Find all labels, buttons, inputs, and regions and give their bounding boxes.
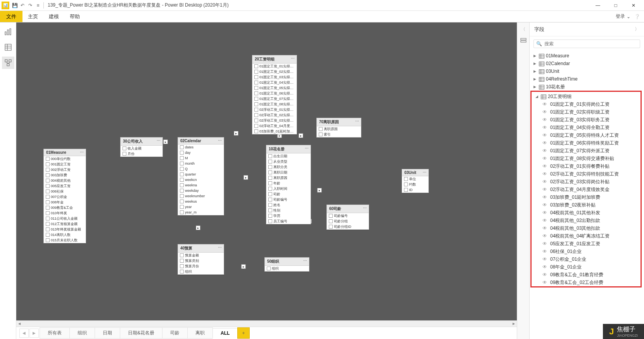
table-field[interactable]: 02浮动工资_03实得岗位... <box>252 118 297 123</box>
table-field[interactable]: 001固定工资 <box>44 162 86 167</box>
scroll-left-icon[interactable]: ◀ <box>16 321 22 327</box>
page-tab[interactable]: 离职 <box>187 327 213 339</box>
page-tab[interactable]: 司龄 <box>162 327 188 339</box>
table-header[interactable]: 02Calendar⋯ <box>178 138 224 145</box>
field-item[interactable]: 👁02浮动工资_01实得餐费补贴 <box>532 162 641 170</box>
model-table[interactable]: 30公司收入⋯收入金额月份 <box>120 137 163 157</box>
table-field[interactable]: ID <box>402 187 428 193</box>
relationship-node[interactable]: ▸ <box>163 139 168 144</box>
table-field[interactable]: dates <box>178 145 224 150</box>
hidden-icon[interactable]: 👁 <box>542 147 548 154</box>
field-item[interactable]: 👁04税前其他_01其他补发 <box>532 209 641 217</box>
hidden-icon[interactable]: 👁 <box>542 186 548 193</box>
expand-icon[interactable]: ▶ <box>534 60 537 67</box>
hidden-icon[interactable]: 👁 <box>542 271 548 278</box>
field-item[interactable]: 👁01固定工资_04实得全勤工资 <box>532 124 641 131</box>
table-field[interactable]: 司龄 <box>266 191 311 197</box>
properties-icon[interactable] <box>520 38 527 45</box>
table-field[interactable]: 009教育&工会 <box>44 205 86 210</box>
model-table[interactable]: 60司龄⋯司龄编号司龄分组司龄分组ID <box>326 205 369 230</box>
table-header[interactable]: 01Measure⋯ <box>44 149 86 156</box>
table-field[interactable]: 约数 <box>402 182 428 187</box>
field-item[interactable]: 👁09教育&工会_02工会经费 <box>532 279 641 286</box>
model-table[interactable]: 02Calendar⋯datesdayMmonthQquarterweekcnw… <box>178 137 224 215</box>
table-field[interactable]: weekcn <box>178 177 224 182</box>
table-field[interactable]: 预算类别 <box>178 258 224 263</box>
hidden-icon[interactable]: 👁 <box>542 217 548 224</box>
hidden-icon[interactable]: 👁 <box>542 279 548 286</box>
table-field[interactable]: quarter <box>178 172 224 177</box>
table-field[interactable]: 006社保 <box>44 189 86 194</box>
table-menu-icon[interactable]: ⋯ <box>218 138 222 143</box>
ribbon-tab-modeling[interactable]: 建模 <box>43 11 64 22</box>
hidden-icon[interactable]: 👁 <box>542 194 548 201</box>
table-field[interactable]: 司龄编号 <box>327 213 369 219</box>
redo-icon[interactable]: ↷ <box>26 2 34 9</box>
hidden-icon[interactable]: 👁 <box>542 240 548 247</box>
page-tab-active[interactable]: ALL <box>212 328 238 338</box>
table-field[interactable]: 司龄分组 <box>327 219 369 224</box>
add-page-button[interactable]: ＋ <box>237 327 250 339</box>
model-table[interactable]: 50组织⋯组织 <box>264 257 309 272</box>
field-item[interactable]: 👁09教育&工会_01教育经费 <box>532 271 641 279</box>
table-menu-icon[interactable]: ⋯ <box>355 119 359 123</box>
table-field[interactable]: 离职原因 <box>317 126 361 132</box>
tab-next-button[interactable]: ▶ <box>29 329 39 338</box>
file-tab[interactable]: 文件 <box>0 11 22 22</box>
table-field[interactable]: 011公司收入金额 <box>44 216 86 221</box>
hidden-icon[interactable]: 👁 <box>542 139 548 146</box>
field-item[interactable]: 👁01固定工资_06实得特殊奖励工资 <box>532 139 641 147</box>
hidden-icon[interactable]: 👁 <box>542 248 548 255</box>
maximize-button[interactable]: □ <box>607 0 625 11</box>
table-field[interactable]: 01固定工资_06实得特殊... <box>252 91 297 96</box>
table-field[interactable]: 组织 <box>178 269 224 274</box>
table-field[interactable]: 002浮动工资 <box>44 167 86 172</box>
table-field[interactable]: 008年金 <box>44 200 86 205</box>
table-field[interactable]: 司龄编号 <box>266 197 311 202</box>
hidden-icon[interactable]: 👁 <box>542 163 548 170</box>
relationship-node[interactable]: ▸ <box>299 133 303 138</box>
table-field[interactable]: 入职时间 <box>266 186 311 191</box>
table-field[interactable]: 预算月份 <box>178 263 224 269</box>
table-field[interactable]: 03加班费_01延时加班费 <box>252 129 297 134</box>
horizontal-scrollbar[interactable]: ◀ ▶ <box>16 320 517 327</box>
relationship-node[interactable]: ▸ <box>243 175 248 180</box>
table-field[interactable]: 从业类型 <box>266 159 311 164</box>
table-field[interactable]: 01固定工资_04实得全勤... <box>252 80 297 85</box>
table-field[interactable]: 01固定工资_03实得职务... <box>252 74 297 80</box>
table-header[interactable]: 50组织⋯ <box>265 258 309 266</box>
table-menu-icon[interactable]: ⋯ <box>423 170 427 174</box>
model-view-button[interactable] <box>2 57 14 69</box>
table-field[interactable]: 预算金额 <box>178 253 224 258</box>
field-item[interactable]: 👁04税前其他_04旷离冻结工资 <box>532 232 641 240</box>
table-field[interactable]: year <box>178 204 224 210</box>
table-field[interactable]: 组织 <box>265 266 309 271</box>
hidden-icon[interactable]: 👁 <box>542 201 548 208</box>
save-icon[interactable]: 💾 <box>11 2 19 9</box>
table-field[interactable]: weekna <box>178 182 224 188</box>
table-field[interactable]: 离职原因 <box>266 175 311 181</box>
model-table[interactable]: 01Measure⋯000单位约数001固定工资002浮动工资003加班费004… <box>43 149 86 243</box>
table-menu-icon[interactable]: ⋯ <box>305 146 309 150</box>
help-icon[interactable]: ❔ <box>634 14 640 19</box>
data-view-button[interactable] <box>2 41 14 53</box>
fields-tree[interactable]: ▶01Measure▶02Calendar▶03Unit▶04RefreshTi… <box>530 51 644 339</box>
table-header[interactable]: 10花名册⋯ <box>266 145 311 153</box>
table-field[interactable]: 索引 <box>317 132 361 137</box>
table-field[interactable]: 员工编号 <box>266 219 311 224</box>
table-field[interactable]: 学历 <box>266 213 311 219</box>
table-field[interactable]: weeknumber <box>178 193 224 199</box>
table-field[interactable]: 离职日期 <box>266 170 311 175</box>
field-item[interactable]: 👁03加班费_01延时加班费 <box>532 193 641 201</box>
hidden-icon[interactable]: 👁 <box>542 108 548 115</box>
field-item[interactable]: 👁06社保_01企业 <box>532 248 641 255</box>
field-item[interactable]: 👁01固定工资_01实得岗位工资 <box>532 100 641 108</box>
table-menu-icon[interactable]: ⋯ <box>291 56 295 60</box>
hidden-icon[interactable]: 👁 <box>542 132 548 139</box>
tree-table-item[interactable]: ▶04RefreshTime <box>530 75 644 83</box>
table-field[interactable]: Q <box>178 166 224 172</box>
hidden-icon[interactable]: 👁 <box>542 170 548 177</box>
model-table[interactable]: 40预算⋯预算金额预算类别预算月份组织 <box>178 244 224 275</box>
table-field[interactable]: 01固定工资_07实得外派... <box>252 96 297 102</box>
hidden-icon[interactable]: 👁 <box>542 232 548 239</box>
